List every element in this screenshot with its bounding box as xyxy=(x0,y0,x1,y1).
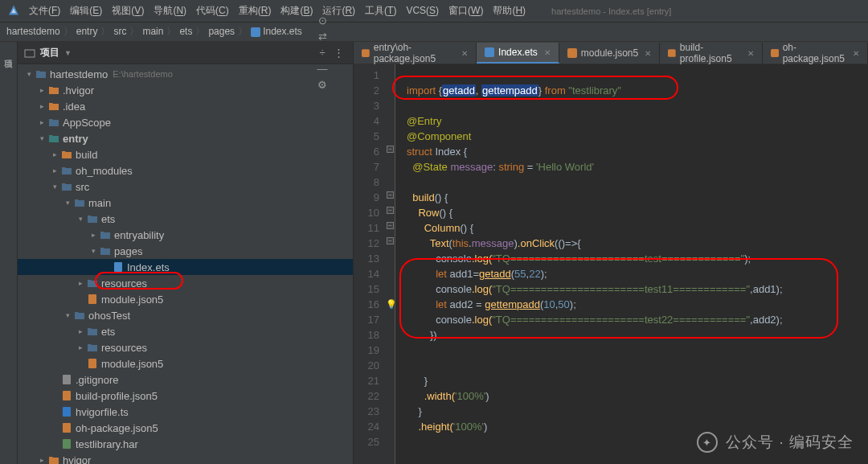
expand-icon[interactable]: ▸ xyxy=(88,231,98,239)
tree-node[interactable]: ▾ohosTest xyxy=(18,307,353,323)
tree-node[interactable]: ▾hartestdemoE:\hartestdemo xyxy=(18,66,353,82)
tree-node[interactable]: .gitignore xyxy=(18,372,353,388)
menu-item[interactable]: 帮助(H) xyxy=(493,5,526,16)
menu-item[interactable]: 窗口(W) xyxy=(448,5,483,16)
svg-rect-16 xyxy=(771,49,779,57)
crumb[interactable]: pages xyxy=(208,26,235,37)
expand-icon[interactable]: ▸ xyxy=(50,166,59,175)
file-git-icon xyxy=(61,374,72,385)
node-label: pages xyxy=(114,245,142,257)
tree-node[interactable]: ▸entryability xyxy=(18,227,353,243)
menu-item[interactable]: 导航(N) xyxy=(154,5,186,16)
code-editor[interactable]: 1234567891011121314151617181920212223242… xyxy=(354,64,868,464)
tree-node[interactable]: ▾src xyxy=(18,179,353,195)
tree-node[interactable]: ▸build xyxy=(18,146,353,162)
expand-icon[interactable]: ▸ xyxy=(50,150,59,158)
close-icon[interactable]: ✕ xyxy=(645,49,651,58)
tree-node[interactable]: ▸resources xyxy=(18,275,353,291)
toolbar-icon[interactable]: ⇄ xyxy=(314,29,330,45)
tree-node[interactable]: ▸ets xyxy=(18,323,353,339)
line-numbers: 1234567891011121314151617181920212223242… xyxy=(354,64,386,464)
editor-tab[interactable]: build-profile.json5✕ xyxy=(660,43,762,64)
node-label: .gitignore xyxy=(76,374,118,386)
folder-blue-icon xyxy=(74,197,85,208)
node-label: main xyxy=(88,197,111,209)
close-icon[interactable]: ✕ xyxy=(544,48,551,57)
expand-icon[interactable]: ▸ xyxy=(76,343,85,351)
node-label: .hvigor xyxy=(63,84,94,96)
crumb[interactable]: Index.ets xyxy=(251,26,302,37)
crumb[interactable]: main xyxy=(142,26,163,37)
panel-header: 项目 ▼ ⊙⇄÷—⚙ ⋮ xyxy=(18,42,353,64)
node-label: build-profile.json5 xyxy=(76,390,158,402)
tree-node[interactable]: ▸oh_modules xyxy=(18,162,353,179)
dropdown-icon[interactable]: ▼ xyxy=(64,49,72,57)
expand-icon[interactable]: ▾ xyxy=(50,183,59,191)
folder-blue-icon xyxy=(61,181,72,192)
tree-node[interactable]: ▸AppScope xyxy=(18,114,353,130)
close-icon[interactable]: ✕ xyxy=(747,49,754,58)
editor-tab[interactable]: module.json5✕ xyxy=(559,43,660,64)
svg-rect-3 xyxy=(88,294,96,304)
tree-node[interactable]: ▸.hvigor xyxy=(18,82,353,98)
tree-node[interactable]: ▾main xyxy=(18,195,353,211)
tree-node[interactable]: ▸resources xyxy=(18,339,353,355)
menu-item[interactable]: 构建(B) xyxy=(280,5,313,16)
gutter-tab[interactable]: 项目 xyxy=(1,47,16,60)
crumb[interactable]: hartestdemo xyxy=(6,26,60,37)
menu-item[interactable]: 视图(V) xyxy=(112,5,144,16)
expand-icon[interactable]: ▸ xyxy=(76,327,85,335)
crumb[interactable]: entry xyxy=(76,26,98,37)
toolbar-icon[interactable]: ÷ xyxy=(314,45,330,61)
tree-node[interactable]: module.json5 xyxy=(18,291,353,307)
expand-icon[interactable]: ▾ xyxy=(63,311,72,319)
expand-icon[interactable]: ▾ xyxy=(76,215,85,223)
expand-icon[interactable]: ▸ xyxy=(37,86,47,94)
expand-icon[interactable]: ▸ xyxy=(37,102,47,110)
tree-node[interactable]: testlibrary.har xyxy=(18,436,353,452)
folder-orange-icon xyxy=(61,149,72,160)
menu-item[interactable]: 编辑(E) xyxy=(70,5,102,16)
crumb[interactable]: ets xyxy=(179,26,192,37)
tree-node[interactable]: Index.ets xyxy=(18,259,353,275)
svg-rect-4 xyxy=(88,359,96,368)
expand-icon[interactable]: ▾ xyxy=(37,134,47,142)
expand-icon[interactable]: ▾ xyxy=(63,199,72,207)
expand-icon[interactable]: ▸ xyxy=(76,279,85,287)
expand-icon[interactable]: ▾ xyxy=(88,247,98,255)
file-icon xyxy=(567,48,577,58)
file-ets-icon xyxy=(113,261,124,273)
crumb[interactable]: src xyxy=(113,26,126,37)
menu-item[interactable]: 工具(T) xyxy=(365,5,396,16)
menu-item[interactable]: 文件(F) xyxy=(29,5,60,16)
project-tree[interactable]: ▾hartestdemoE:\hartestdemo▸.hvigor▸.idea… xyxy=(18,64,353,464)
menu-item[interactable]: 代码(C) xyxy=(196,5,229,16)
expand-icon[interactable]: ▸ xyxy=(37,118,47,126)
menu-icon[interactable]: ⋮ xyxy=(330,45,346,61)
project-icon xyxy=(24,47,35,59)
tree-node[interactable]: ▸hvigor xyxy=(18,452,353,464)
tree-node[interactable]: oh-package.json5 xyxy=(18,420,353,436)
tree-node[interactable]: ▾ets xyxy=(18,211,353,227)
tree-node[interactable]: module.json5 xyxy=(18,355,353,372)
tree-node[interactable]: build-profile.json5 xyxy=(18,388,353,404)
editor-tab[interactable]: entry\oh-package.json5✕ xyxy=(354,43,477,64)
source-code[interactable]: import {getadd, gettempadd} from "testli… xyxy=(395,64,868,464)
menu-item[interactable]: VCS(S) xyxy=(406,5,439,16)
expand-icon[interactable]: ▾ xyxy=(24,70,34,78)
close-icon[interactable]: ✕ xyxy=(853,49,859,58)
tree-node[interactable]: hvigorfile.ts xyxy=(18,404,353,420)
tree-node[interactable]: ▾pages xyxy=(18,243,353,259)
tree-node[interactable]: ▾entry xyxy=(18,130,353,146)
intention-bulb-icon[interactable]: 💡 xyxy=(386,297,395,306)
fold-gutter[interactable]: −−−−−💡 xyxy=(386,64,395,464)
toolbar-icon[interactable]: ⊙ xyxy=(314,13,330,29)
svg-rect-0 xyxy=(251,27,260,37)
editor-tab[interactable]: oh-package.json5✕ xyxy=(763,43,868,64)
menu-item[interactable]: 重构(R) xyxy=(239,5,272,16)
expand-icon[interactable]: ▸ xyxy=(37,456,47,464)
close-icon[interactable]: ✕ xyxy=(461,49,468,58)
tree-node[interactable]: ▸.idea xyxy=(18,98,353,114)
folder-orange-icon xyxy=(48,84,59,96)
editor-tab[interactable]: Index.ets✕ xyxy=(477,43,559,64)
